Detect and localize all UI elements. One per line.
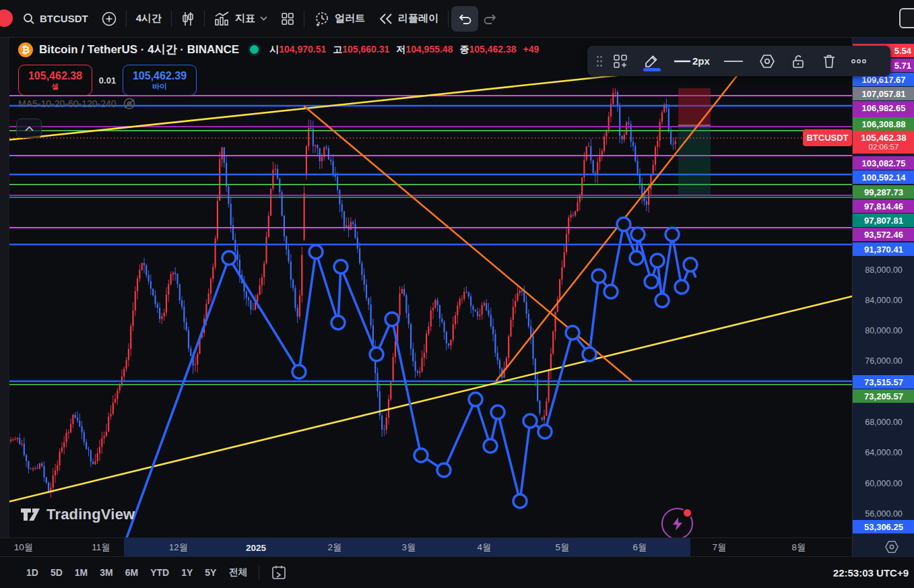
toolbar-divider xyxy=(259,565,259,580)
candles-icon xyxy=(181,11,195,26)
bottom-toolbar: 1D5D1M3M6MYTD1Y5Y전체 22:53:03 UTC+9 xyxy=(0,556,914,588)
buy-button[interactable]: 105,462.39 바이 xyxy=(123,65,197,96)
line-width-value: 2px xyxy=(692,55,710,67)
template-button[interactable] xyxy=(608,48,633,74)
range-button-1y[interactable]: 1Y xyxy=(175,562,199,583)
selected-color-swatch xyxy=(643,68,661,71)
time-axis[interactable]: 10월11월12월20252월3월4월5월6월7월8월 xyxy=(0,537,852,557)
price-tick: 60,000.00 xyxy=(853,479,914,488)
symbol-header: ₿ Bitcoin / TetherUS · 4시간 · BINANCE 시10… xyxy=(18,42,539,57)
price-level-label: 97,807.81 xyxy=(853,214,914,227)
eye-off-icon[interactable] xyxy=(122,98,137,110)
price-tick: 88,000.00 xyxy=(853,265,914,275)
sell-button[interactable]: 105,462.38 셀 xyxy=(18,65,92,96)
drawing-toolbar: 2px xyxy=(587,46,890,76)
alert-button[interactable]: 얼러트 xyxy=(307,6,372,32)
redo-icon xyxy=(483,13,498,25)
interval-button[interactable]: 4시간 xyxy=(129,6,168,32)
notification-badge xyxy=(0,8,14,28)
range-button-5y[interactable]: 5Y xyxy=(199,562,222,583)
drag-handle[interactable] xyxy=(591,48,608,74)
price-level-label: 99,287.73 xyxy=(853,185,914,199)
spread-value: 0.01 xyxy=(92,75,123,86)
lock-button[interactable] xyxy=(785,48,811,74)
toolbar-divider xyxy=(448,11,449,27)
top-toolbar: BTCUSDT 4시간 xyxy=(0,0,914,38)
symbol-price-tag: BTCUSDT xyxy=(803,129,852,146)
toolbar-divider xyxy=(204,11,205,27)
time-tick: 7월 xyxy=(712,538,726,557)
alert-label: 얼러트 xyxy=(335,12,365,25)
price-level-label: 106,982.65 xyxy=(853,101,914,115)
price-level-label: 103,082.75 xyxy=(853,156,914,170)
line-color-button[interactable] xyxy=(639,48,664,74)
symbol-title[interactable]: Bitcoin / TetherUS · 4시간 · BINANCE xyxy=(39,42,239,57)
time-tick: 11월 xyxy=(92,538,110,557)
time-tick: 6월 xyxy=(632,538,647,557)
search-icon xyxy=(23,13,35,25)
interval-label: 4시간 xyxy=(136,12,162,25)
price-axis[interactable]: 88,000.0084,000.0080,000.0076,000.0068,0… xyxy=(852,37,914,556)
notification-dot xyxy=(682,508,692,518)
window-layout-icon[interactable] xyxy=(899,8,914,28)
redo-button[interactable] xyxy=(478,6,502,32)
alert-clock-icon xyxy=(314,11,330,27)
quick-actions-button[interactable] xyxy=(661,508,693,540)
change-value: +49 xyxy=(523,44,540,56)
lightning-icon xyxy=(672,517,684,531)
layout-grid-button[interactable] xyxy=(274,6,301,32)
range-button-5d[interactable]: 5D xyxy=(44,562,69,583)
line-width-icon xyxy=(674,59,691,63)
tradingview-logo-text: TradingView xyxy=(46,506,135,523)
price-tick: 56,000.00 xyxy=(853,509,914,519)
price-level-label: 97,814.46 xyxy=(853,199,914,213)
symbol-search-button[interactable]: BTCUSDT xyxy=(16,6,95,32)
settings-button[interactable] xyxy=(754,48,780,74)
range-button-전체[interactable]: 전체 xyxy=(222,562,253,583)
go-to-date-button[interactable] xyxy=(265,562,293,583)
market-status-icon[interactable] xyxy=(248,43,261,56)
range-button-ytd[interactable]: YTD xyxy=(144,562,175,583)
drawing-sidebar-edge xyxy=(0,37,9,556)
plus-circle-icon xyxy=(102,11,117,26)
range-button-1m[interactable]: 1M xyxy=(69,562,94,583)
line-style-icon xyxy=(723,60,744,63)
replay-label: 리플레이 xyxy=(398,12,438,25)
range-button-1d[interactable]: 1D xyxy=(20,562,44,583)
time-tick: 5월 xyxy=(555,538,569,557)
chart-area[interactable] xyxy=(0,37,852,537)
collapse-legend-button[interactable] xyxy=(16,119,42,138)
delete-button[interactable] xyxy=(816,48,842,74)
toolbar-divider xyxy=(171,11,172,27)
range-button-3m[interactable]: 3M xyxy=(94,562,119,583)
time-tick: 12월 xyxy=(169,538,189,557)
axis-settings-icon[interactable] xyxy=(884,540,899,554)
time-tick: 10월 xyxy=(14,538,34,557)
toolbar-divider xyxy=(304,11,304,27)
line-width-button[interactable]: 2px xyxy=(674,48,710,74)
replay-button[interactable]: 리플레이 xyxy=(372,6,445,32)
more-options-button[interactable] xyxy=(846,48,872,74)
chart-style-button[interactable] xyxy=(174,6,201,32)
tradingview-logo: TradingView xyxy=(20,505,135,524)
gear-icon xyxy=(759,54,775,69)
zigzag-drawing xyxy=(123,218,697,537)
chevron-down-icon xyxy=(260,16,267,21)
tradingview-mark-icon xyxy=(20,505,40,524)
time-tick: 2월 xyxy=(327,538,341,557)
compare-add-button[interactable] xyxy=(95,6,123,32)
trash-icon xyxy=(822,54,836,69)
time-tick: 4월 xyxy=(477,538,491,557)
indicator-legend[interactable]: MA5-10-20-60-120-240 xyxy=(18,98,137,110)
indicators-button[interactable]: 지표 xyxy=(207,6,274,32)
replay-icon xyxy=(379,13,393,25)
line-style-button[interactable] xyxy=(721,48,746,74)
range-button-6m[interactable]: 6M xyxy=(119,562,144,583)
undo-button[interactable] xyxy=(451,6,478,32)
clock-utc[interactable]: 22:53:03 UTC+9 xyxy=(833,557,909,588)
price-level-label: 107,057.81 xyxy=(853,87,914,100)
tradingview-app: BTCUSDT 4시간 xyxy=(0,0,914,588)
price-tick: 64,000.00 xyxy=(853,448,914,457)
unlock-icon xyxy=(791,54,805,69)
ohlc-values: 시104,970.51 고105,660.31 저104,955.48 종105… xyxy=(269,44,539,56)
